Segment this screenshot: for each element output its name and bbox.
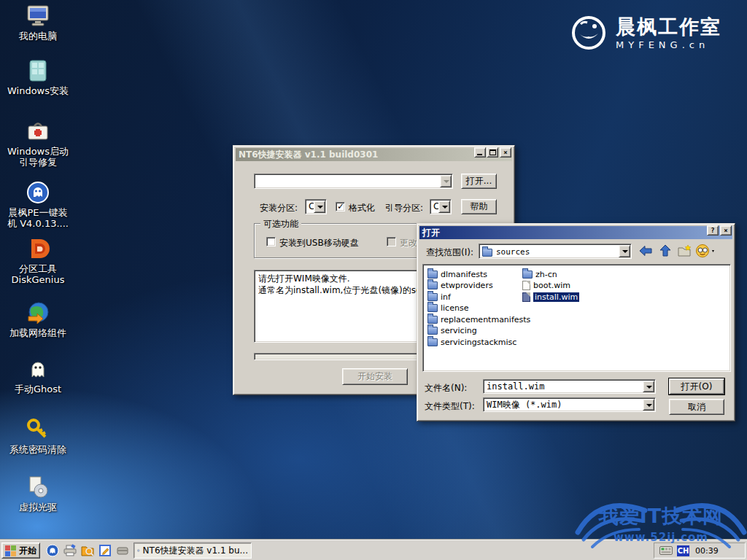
chevron-down-icon[interactable] — [438, 201, 450, 213]
brand-logo: 晨枫工作室 MYFENG.cn — [570, 15, 721, 51]
desktop-icon-diskgenius[interactable]: 分区工具 DiskGenius — [0, 236, 76, 285]
look-in-combobox[interactable]: sources — [479, 244, 632, 259]
help-icon[interactable]: ? — [707, 225, 719, 236]
open-dialog-titlebar[interactable]: 打开 — [419, 226, 732, 239]
desktop-icon-virtual-drive[interactable]: 虚拟光驱 — [0, 475, 76, 513]
install-disk-icon — [26, 58, 50, 83]
desktop-icon-pe-installer[interactable]: 晨枫PE一键装 机 V4.0.13.... — [0, 180, 76, 229]
list-item-file[interactable]: boot.wim — [522, 280, 570, 291]
folder-icon — [427, 281, 438, 289]
chevron-down-icon[interactable] — [619, 245, 630, 257]
install-partition-select[interactable]: C — [305, 199, 327, 214]
usb-install-checkbox[interactable] — [266, 237, 276, 246]
first-aid-kit-icon — [26, 119, 50, 144]
desktop-icon-my-computer[interactable]: 我的电脑 — [0, 4, 76, 42]
desktop-icon-load-network[interactable]: 加载网络组件 — [0, 300, 76, 338]
back-icon[interactable] — [638, 244, 654, 258]
chevron-down-icon[interactable] — [643, 399, 654, 411]
open-wim-button[interactable]: 打开... — [461, 174, 497, 189]
wim-path-combobox[interactable] — [254, 174, 453, 189]
list-item-folder[interactable]: license — [427, 303, 468, 314]
look-in-label: 查找范围(I): — [426, 246, 473, 259]
help-button[interactable]: 帮助 — [461, 199, 497, 214]
chevron-down-icon[interactable] — [643, 381, 654, 392]
taskbar-window-label: NT6快捷安装器 v1.1 bu... — [143, 545, 248, 557]
desktop-icon-label: 系统密码清除 — [0, 444, 76, 455]
dialog-cancel-button[interactable]: 取消 — [669, 399, 724, 415]
list-item-folder[interactable]: zh-cn — [522, 269, 557, 280]
desktop-icon-password-clear[interactable]: 系统密码清除 — [0, 417, 76, 455]
desktop-icon-label: 晨枫PE一键装 机 V4.0.13.... — [0, 207, 76, 229]
maximize-button[interactable] — [487, 147, 498, 158]
folder-icon — [427, 304, 438, 312]
minimize-button[interactable] — [474, 147, 486, 158]
open-file-dialog: 打开 ? × 查找范围(I): sources dlmanifests etwp… — [417, 223, 735, 421]
dialog-open-button[interactable]: 打开(O) — [669, 378, 724, 394]
file-type-combobox[interactable]: WIM映像 (*.wim) — [483, 397, 656, 412]
start-install-button[interactable]: 开始安装 — [342, 368, 408, 385]
list-item-folder[interactable]: etwproviders — [427, 280, 493, 291]
quicklaunch-gray-box-icon[interactable] — [115, 543, 131, 558]
globe-network-icon — [26, 300, 50, 325]
look-in-value: sources — [496, 246, 530, 258]
chevron-down-icon[interactable] — [440, 175, 452, 187]
format-checkbox[interactable] — [336, 202, 345, 211]
quicklaunch-pe-icon[interactable] — [45, 543, 61, 558]
desktop-icon-label: 虚拟光驱 — [0, 502, 76, 513]
up-one-level-icon[interactable] — [658, 244, 674, 258]
file-type-value: WIM映像 (*.wim) — [483, 397, 656, 412]
view-menu-icon[interactable] — [695, 244, 717, 258]
nt6-titlebar[interactable]: NT6快捷安装器 v1.1 build0301 — [236, 148, 512, 161]
boot-partition-label: 引导分区: — [385, 202, 423, 214]
desktop-icon-label: Windows安装 — [0, 85, 76, 96]
list-item-file-selected[interactable]: install.wim — [522, 292, 579, 303]
desktop-icon-boot-repair[interactable]: Windows启动 引导修复 — [0, 119, 76, 168]
list-item-folder[interactable]: replacementmanifests — [427, 314, 530, 325]
key-icon — [26, 417, 50, 442]
desktop-icon-label: 加载网络组件 — [0, 327, 76, 338]
desktop-icon-label: 分区工具 DiskGenius — [0, 263, 76, 285]
list-item-folder[interactable]: dlmanifests — [427, 269, 487, 280]
file-name-combobox[interactable]: install.wim — [483, 379, 656, 394]
wim-path-value[interactable] — [254, 174, 453, 189]
folder-icon — [482, 249, 492, 257]
app-icon — [137, 545, 140, 556]
tray-clock[interactable]: 00:39 — [695, 546, 719, 556]
open-dialog-title: 打开 — [422, 228, 440, 238]
diskgenius-icon — [26, 236, 50, 261]
close-icon[interactable]: × — [720, 225, 732, 236]
new-folder-icon[interactable] — [677, 244, 693, 258]
list-item-folder[interactable]: servicingstackmisc — [427, 337, 516, 348]
pe-ghost-icon — [26, 180, 50, 205]
tray-keyboard-icon[interactable] — [659, 546, 673, 555]
computer-icon — [26, 4, 50, 28]
file-name-label: 文件名(N): — [425, 382, 467, 394]
file-name-value[interactable]: install.wim — [483, 379, 656, 394]
desktop-icon-manual-ghost[interactable]: 手动Ghost — [0, 357, 76, 394]
list-item-folder[interactable]: servicing — [427, 325, 477, 336]
quicklaunch-file-explorer-icon[interactable] — [80, 543, 96, 558]
quicklaunch-display-tool-icon[interactable] — [98, 543, 114, 558]
system-tray: CH 00:39 — [654, 542, 746, 559]
list-item-folder[interactable]: inf — [427, 292, 451, 303]
start-button[interactable]: 开始 — [1, 542, 40, 559]
close-icon[interactable]: × — [500, 147, 511, 158]
file-icon — [522, 281, 530, 290]
change-system-checkbox[interactable] — [387, 237, 396, 246]
folder-icon — [427, 316, 438, 324]
boot-partition-select[interactable]: C — [430, 199, 452, 214]
brand-title: 晨枫工作室 — [616, 16, 721, 38]
folder-icon — [427, 293, 438, 301]
taskbar-window-button[interactable]: NT6快捷安装器 v1.1 bu... — [133, 542, 252, 559]
quicklaunch-printer-icon[interactable] — [63, 543, 79, 558]
brand-subtitle: MYFENG.cn — [616, 39, 721, 50]
ghost-icon — [26, 357, 50, 381]
desktop-icon-label: 手动Ghost — [0, 384, 76, 394]
file-list: dlmanifests etwproviders inf license rep… — [422, 264, 731, 372]
chevron-down-icon[interactable] — [314, 201, 325, 213]
desktop-icon-windows-install[interactable]: Windows安装 — [0, 58, 76, 96]
file-type-label: 文件类型(T): — [425, 400, 475, 413]
desktop-icon-label: 我的电脑 — [0, 31, 76, 42]
input-language-indicator[interactable]: CH — [677, 545, 689, 556]
folder-icon — [522, 271, 533, 279]
